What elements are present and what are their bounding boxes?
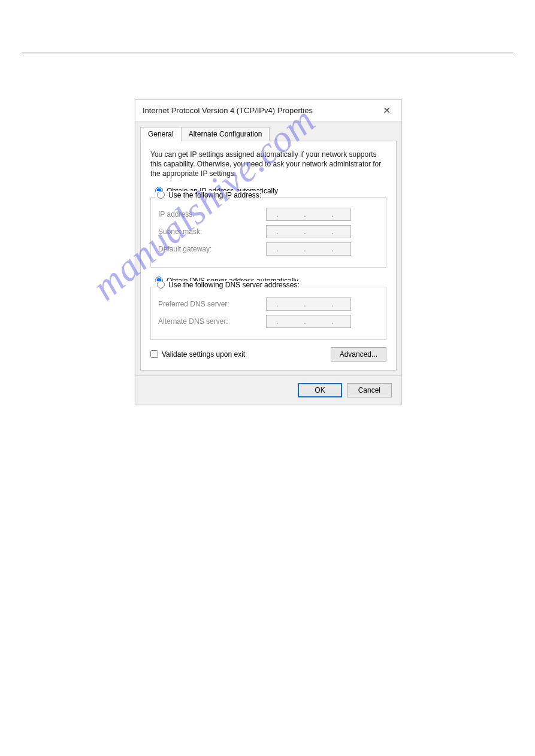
tab-alternate-configuration[interactable]: Alternate Configuration (182, 127, 270, 141)
ip-address-label: IP address: (158, 210, 266, 218)
preferred-dns-label: Preferred DNS server: (158, 300, 266, 308)
ip-address-row: IP address: (158, 208, 379, 221)
preferred-dns-row: Preferred DNS server: (158, 297, 379, 311)
gateway-row: Default gateway: (158, 242, 379, 256)
alternate-dns-row: Alternate DNS server: (158, 315, 379, 328)
preferred-dns-input (266, 297, 351, 311)
dialog-title: Internet Protocol Version 4 (TCP/IPv4) P… (143, 106, 313, 115)
tab-general[interactable]: General (140, 127, 182, 141)
cancel-button[interactable]: Cancel (347, 383, 392, 397)
alternate-dns-input (266, 315, 351, 328)
advanced-button[interactable]: Advanced... (331, 347, 386, 362)
close-icon[interactable]: ✕ (379, 105, 394, 116)
radio-ip-manual-label: Use the following IP address: (168, 191, 261, 199)
tab-strip: General Alternate Configuration (135, 122, 401, 141)
horizontal-rule (22, 53, 513, 53)
alternate-dns-label: Alternate DNS server: (158, 317, 266, 326)
dns-manual-group: Use the following DNS server addresses: … (150, 287, 386, 340)
radio-dns-manual-label: Use the following DNS server addresses: (168, 281, 300, 289)
radio-dns-manual[interactable] (157, 281, 165, 289)
validate-checkbox-row[interactable]: Validate settings upon exit (150, 350, 245, 359)
general-panel: You can get IP settings assigned automat… (140, 141, 397, 371)
ipv4-properties-dialog: Internet Protocol Version 4 (TCP/IPv4) P… (135, 99, 402, 405)
subnet-label: Subnet mask: (158, 227, 266, 236)
dns-manual-legend[interactable]: Use the following DNS server addresses: (156, 281, 301, 289)
panel-bottom-row: Validate settings upon exit Advanced... (150, 347, 386, 362)
ip-manual-group: Use the following IP address: IP address… (150, 197, 386, 268)
ok-button[interactable]: OK (298, 383, 341, 397)
radio-ip-manual[interactable] (157, 191, 165, 199)
description-text: You can get IP settings assigned automat… (150, 150, 386, 179)
ip-address-input (266, 208, 351, 221)
ip-manual-legend[interactable]: Use the following IP address: (156, 191, 262, 199)
dialog-footer: OK Cancel (135, 375, 401, 405)
validate-label: Validate settings upon exit (162, 350, 245, 359)
dialog-titlebar: Internet Protocol Version 4 (TCP/IPv4) P… (135, 100, 401, 122)
subnet-input (266, 225, 351, 238)
validate-checkbox[interactable] (150, 350, 158, 358)
subnet-row: Subnet mask: (158, 225, 379, 238)
gateway-label: Default gateway: (158, 245, 266, 253)
gateway-input (266, 242, 351, 256)
